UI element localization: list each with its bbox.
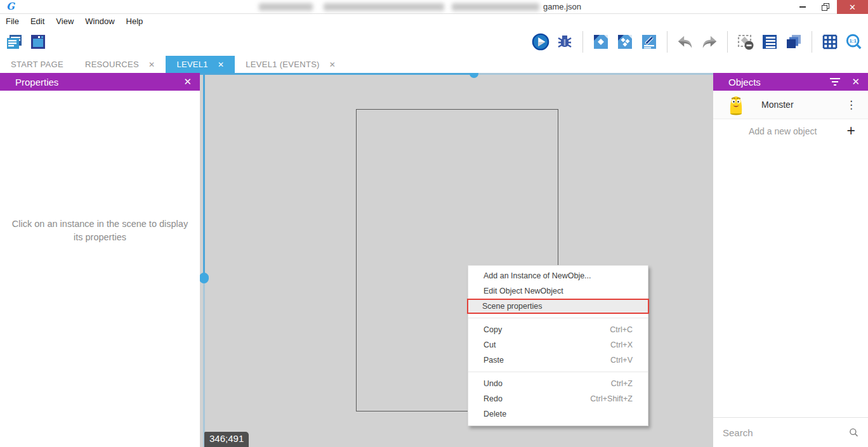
vertical-scrollbar[interactable] bbox=[203, 278, 205, 447]
menu-item-delete[interactable]: Delete bbox=[468, 406, 648, 422]
main-area: Properties ✕ Click on an instance in the… bbox=[0, 73, 868, 447]
filter-icon[interactable] bbox=[830, 78, 840, 86]
project-manager-icon bbox=[5, 33, 23, 51]
cursor-coordinates-badge: 346;491 bbox=[204, 432, 249, 447]
toolbar: 1:1 bbox=[0, 28, 868, 56]
shortcut-label: Ctrl+Z bbox=[611, 379, 633, 388]
undo-button[interactable] bbox=[676, 33, 694, 51]
menu-item-undo[interactable]: Undo Ctrl+Z bbox=[468, 376, 648, 391]
menu-edit[interactable]: Edit bbox=[25, 14, 50, 28]
preview-play-icon bbox=[532, 32, 549, 51]
vertical-scrollbar-handle[interactable] bbox=[200, 273, 209, 283]
object-list-item-monster[interactable]: Monster ⋮ bbox=[713, 91, 868, 119]
menu-item-add-instance[interactable]: Add an Instance of NewObje... bbox=[468, 268, 648, 283]
menu-item-cut[interactable]: Cut Ctrl+X bbox=[468, 337, 648, 353]
search-icon[interactable] bbox=[849, 426, 858, 439]
debug-button[interactable] bbox=[556, 33, 574, 51]
menu-item-redo[interactable]: Redo Ctrl+Shift+Z bbox=[468, 391, 648, 406]
delete-instances-icon bbox=[737, 33, 754, 51]
properties-panel-title: Properties bbox=[15, 77, 58, 87]
edit-scene-button[interactable] bbox=[640, 33, 658, 51]
menu-window[interactable]: Window bbox=[79, 14, 120, 28]
gdevelop-logo-icon: G bbox=[6, 2, 15, 11]
context-menu: Add an Instance of NewObje... Edit Objec… bbox=[468, 265, 648, 426]
project-manager-button[interactable] bbox=[5, 33, 23, 51]
restore-button[interactable] bbox=[814, 0, 837, 14]
tab-start-page[interactable]: START PAGE bbox=[0, 56, 74, 73]
toolbar-divider bbox=[582, 31, 583, 53]
add-objects-icon bbox=[616, 33, 634, 51]
add-objects-button[interactable] bbox=[616, 33, 634, 51]
menu-help[interactable]: Help bbox=[121, 14, 149, 28]
minimize-icon bbox=[799, 6, 806, 8]
horizontal-scrollbar[interactable] bbox=[200, 73, 474, 75]
tab-close-icon[interactable]: ✕ bbox=[218, 60, 224, 69]
window-controls: ✕ bbox=[791, 0, 868, 14]
objects-panel-empty-space bbox=[713, 143, 868, 417]
objects-panel-title: Objects bbox=[728, 77, 761, 87]
close-icon: ✕ bbox=[849, 3, 856, 12]
delete-instances-button[interactable] bbox=[737, 33, 754, 51]
redo-button[interactable] bbox=[700, 33, 718, 51]
scene-canvas[interactable]: 346;491 Add an Instance of NewObje... Ed… bbox=[200, 73, 713, 447]
objects-panel: Objects ✕ Monster ⋮ Add a new object + bbox=[713, 73, 868, 447]
toolbar-divider bbox=[727, 31, 728, 53]
horizontal-scrollbar[interactable] bbox=[474, 73, 713, 75]
properties-close-icon[interactable]: ✕ bbox=[183, 76, 192, 87]
shortcut-label: Ctrl+C bbox=[610, 325, 633, 334]
zoom-1-1-icon: 1:1 bbox=[845, 32, 863, 51]
tab-close-icon[interactable]: ✕ bbox=[148, 60, 155, 69]
toolbar-divider bbox=[667, 31, 667, 53]
vertical-scrollbar[interactable] bbox=[203, 73, 205, 278]
redacted-title-text bbox=[324, 3, 444, 11]
menu-item-scene-properties[interactable]: Scene properties bbox=[467, 299, 649, 314]
toolbar-left-group bbox=[5, 33, 47, 51]
add-object-icon bbox=[592, 33, 610, 51]
window-title-filename: game.json bbox=[543, 2, 581, 11]
add-object-label: Add a new object bbox=[749, 126, 817, 136]
add-object-button[interactable] bbox=[592, 33, 610, 51]
undo-icon bbox=[676, 34, 694, 50]
menu-view[interactable]: View bbox=[50, 14, 79, 28]
properties-panel: Properties ✕ Click on an instance in the… bbox=[0, 73, 200, 447]
instances-list-button[interactable] bbox=[761, 33, 779, 51]
objects-panel-header: Objects ✕ bbox=[713, 73, 868, 91]
restore-icon bbox=[822, 3, 829, 11]
start-page-icon bbox=[29, 33, 47, 51]
add-object-plus-icon[interactable]: + bbox=[847, 124, 855, 138]
toolbar-right-group: 1:1 bbox=[532, 31, 863, 53]
tab-resources[interactable]: RESOURCES✕ bbox=[74, 56, 166, 73]
menu-item-edit-object[interactable]: Edit Object NewObject bbox=[468, 283, 648, 299]
menu-item-copy[interactable]: Copy Ctrl+C bbox=[468, 322, 648, 337]
preview-button[interactable] bbox=[532, 33, 549, 51]
layers-icon bbox=[785, 33, 803, 51]
object-options-kebab-icon[interactable]: ⋮ bbox=[846, 98, 857, 112]
zoom-original-button[interactable]: 1:1 bbox=[845, 33, 863, 51]
layers-button[interactable] bbox=[785, 33, 803, 51]
redacted-title-text bbox=[452, 3, 539, 11]
tab-level1[interactable]: LEVEL1✕ bbox=[166, 56, 235, 73]
menu-file[interactable]: File bbox=[0, 14, 25, 28]
edit-scene-icon bbox=[640, 33, 658, 51]
minimize-button[interactable] bbox=[791, 0, 814, 14]
menu-item-paste[interactable]: Paste Ctrl+V bbox=[468, 353, 648, 368]
close-button[interactable]: ✕ bbox=[837, 0, 868, 14]
objects-close-icon[interactable]: ✕ bbox=[852, 76, 860, 87]
monster-thumbnail-icon bbox=[728, 94, 744, 115]
objects-search-input[interactable] bbox=[723, 427, 849, 438]
tab-level1-events[interactable]: LEVEL1 (EVENTS)✕ bbox=[235, 56, 346, 73]
menu-divider bbox=[468, 318, 648, 318]
titlebar: G game.json ✕ bbox=[0, 0, 868, 14]
objects-search-row bbox=[713, 417, 868, 447]
start-page-button[interactable] bbox=[29, 33, 47, 51]
tab-strip: START PAGE RESOURCES✕ LEVEL1✕ LEVEL1 (EV… bbox=[0, 56, 868, 73]
tab-close-icon[interactable]: ✕ bbox=[329, 60, 336, 69]
object-name: Monster bbox=[761, 100, 794, 110]
svg-text:1:1: 1:1 bbox=[849, 38, 857, 44]
menu-divider bbox=[468, 372, 648, 372]
grid-button[interactable] bbox=[821, 33, 839, 51]
add-object-row[interactable]: Add a new object + bbox=[713, 119, 868, 143]
shortcut-label: Ctrl+X bbox=[610, 340, 633, 349]
horizontal-scrollbar-handle[interactable] bbox=[470, 73, 478, 78]
debug-bug-icon bbox=[556, 33, 574, 51]
